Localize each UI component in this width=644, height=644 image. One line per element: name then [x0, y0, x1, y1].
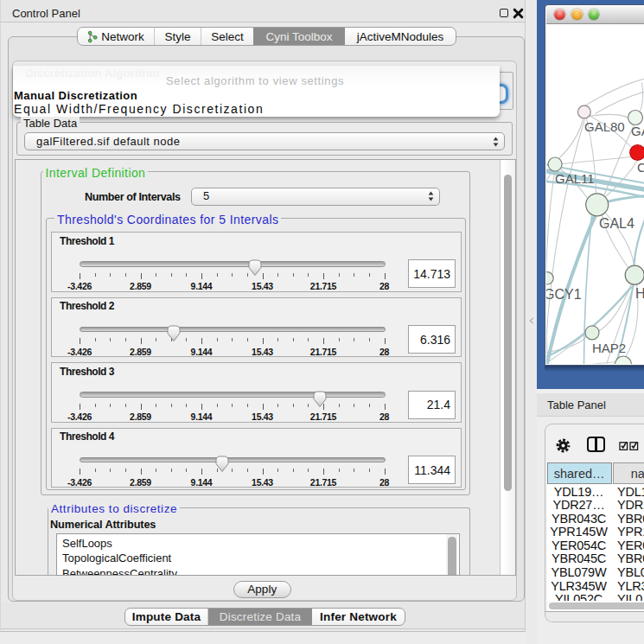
svg-text:GA: GA: [631, 123, 644, 137]
svg-text:GCY1: GCY1: [546, 286, 582, 301]
svg-text:C: C: [637, 159, 644, 174]
svg-text:GAL80: GAL80: [584, 119, 625, 134]
svg-text:GAL4: GAL4: [599, 215, 634, 230]
svg-text:H: H: [635, 285, 644, 300]
svg-text:GAL11: GAL11: [555, 171, 595, 186]
svg-text:HAP2: HAP2: [592, 340, 626, 354]
